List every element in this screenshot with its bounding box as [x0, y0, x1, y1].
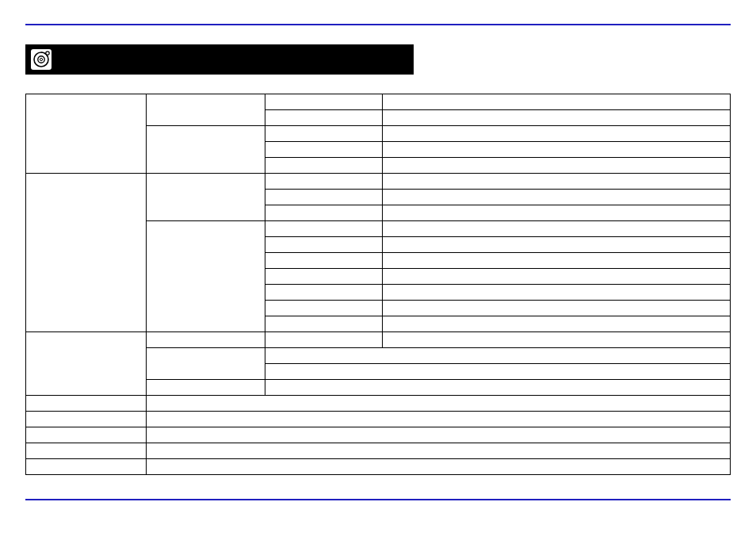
table-row	[26, 443, 731, 459]
cell	[265, 205, 383, 221]
cell	[383, 190, 731, 205]
cell	[147, 174, 265, 221]
cell	[265, 110, 383, 126]
cell	[26, 94, 147, 174]
cell	[147, 427, 731, 443]
cell	[383, 285, 731, 301]
cell	[26, 427, 147, 443]
cell	[147, 126, 265, 174]
cell	[147, 412, 731, 427]
cell	[26, 459, 147, 475]
cell	[147, 332, 265, 348]
table-row	[26, 412, 731, 427]
cell	[383, 316, 731, 332]
document-page	[0, 0, 756, 548]
table-row	[26, 459, 731, 475]
cell	[383, 158, 731, 174]
cell	[265, 237, 383, 253]
cell	[383, 174, 731, 190]
cell	[383, 205, 731, 221]
spec-table	[25, 94, 731, 475]
cell	[383, 110, 731, 126]
cell	[383, 269, 731, 285]
table-row	[26, 427, 731, 443]
cell	[147, 380, 265, 396]
cell	[147, 94, 265, 126]
cell	[26, 412, 147, 427]
cell	[383, 253, 731, 269]
cell	[265, 221, 383, 237]
cell	[265, 126, 383, 142]
cell	[265, 269, 383, 285]
cell	[383, 221, 731, 237]
cell	[26, 443, 147, 459]
cell	[147, 348, 265, 380]
table-row	[26, 94, 731, 110]
table-row	[26, 332, 731, 348]
cell	[383, 301, 731, 316]
cell	[265, 380, 731, 396]
cell	[383, 142, 731, 158]
cell	[265, 285, 383, 301]
cell	[26, 332, 147, 396]
cell	[265, 190, 383, 205]
cell	[265, 174, 383, 190]
cell	[265, 94, 383, 110]
cell	[265, 253, 383, 269]
cell	[383, 94, 731, 110]
cell	[383, 126, 731, 142]
cell	[147, 221, 265, 332]
cell	[26, 396, 147, 412]
cell	[147, 443, 731, 459]
cell	[147, 459, 731, 475]
section-header	[25, 44, 414, 75]
svg-point-3	[40, 58, 42, 60]
cell	[265, 301, 383, 316]
cell	[265, 332, 383, 348]
disc-icon	[30, 48, 52, 71]
cell	[265, 142, 383, 158]
top-divider	[25, 24, 731, 25]
table-row	[26, 174, 731, 190]
cell	[265, 158, 383, 174]
cell	[383, 332, 731, 348]
cell	[26, 174, 147, 332]
cell	[265, 348, 731, 364]
svg-point-4	[46, 52, 49, 55]
cell	[147, 396, 731, 412]
bottom-divider	[25, 499, 731, 500]
cell	[265, 364, 731, 380]
table-row	[26, 396, 731, 412]
cell	[265, 316, 383, 332]
cell	[383, 237, 731, 253]
